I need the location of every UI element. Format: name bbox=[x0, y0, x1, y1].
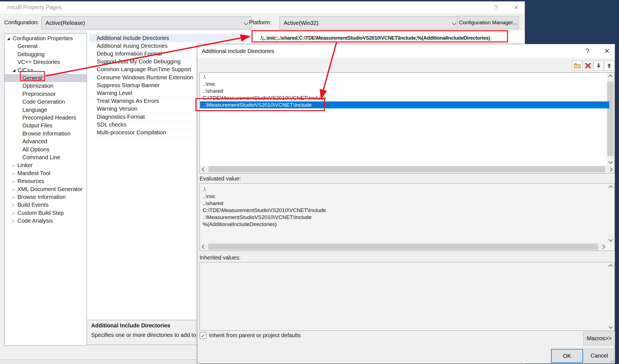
tree-item-preprocessor[interactable]: Preprocessor bbox=[4, 90, 87, 98]
grid-property-name: SDL checks bbox=[97, 121, 126, 129]
chevron-down-icon bbox=[608, 160, 613, 164]
list-item-mic[interactable]: ..\mic bbox=[200, 80, 609, 87]
list-item-measurementstudiovs2010-vcnet-include[interactable]: ..\MeasurementStudioVS2010\VCNET\Include bbox=[200, 101, 609, 108]
tree-item-label: Code Generation bbox=[22, 98, 65, 106]
tree-item-resources[interactable]: ▷Resources bbox=[4, 177, 87, 185]
grid-property-name: Support Just My Code Debugging bbox=[97, 58, 181, 66]
chevron-left-icon bbox=[202, 167, 206, 172]
dialog-title: Additional Include Directories bbox=[202, 44, 274, 58]
tree-item-language[interactable]: Language bbox=[4, 106, 87, 114]
scroll-up-button[interactable] bbox=[607, 184, 614, 191]
cancel-button[interactable]: Cancel bbox=[584, 349, 615, 362]
tree-item-label: Debugging bbox=[18, 50, 45, 58]
platform-dropdown[interactable]: Active(Win32) bbox=[279, 16, 460, 29]
evaluated-line: ..\MeasurementStudioVS2010\VCNET\Include bbox=[203, 214, 312, 221]
configuration-manager-button[interactable]: Configuration Manager... bbox=[457, 16, 519, 29]
list-item-c-tde-measurementstudiovs2010-vcnet-include[interactable]: C:\TDE\MeasurementStudioVS2010\VCNET\Inc… bbox=[200, 94, 609, 101]
dialog-titlebar[interactable]: Additional Include Directories ? ✕ bbox=[197, 44, 615, 58]
grid-property-name: Diagnostics Format bbox=[97, 113, 145, 121]
tree-item-label: Preprocessor bbox=[22, 90, 56, 98]
tree-item-debugging[interactable]: Debugging bbox=[4, 50, 87, 58]
move-down-button[interactable] bbox=[593, 61, 604, 71]
tree-item-vc-directories[interactable]: VC++ Directories bbox=[4, 58, 87, 66]
tree-item-build-events[interactable]: ▷Build Events bbox=[4, 201, 87, 209]
tree-item-all-options[interactable]: All Options bbox=[4, 146, 87, 154]
tree-item-label: VC++ Directories bbox=[18, 58, 60, 66]
tree-item-label: All Options bbox=[22, 146, 49, 154]
tree-item-c-c[interactable]: ◢C/C++ bbox=[4, 66, 87, 74]
grid-property-name: Warning Level bbox=[97, 89, 132, 97]
tree-item-code-analysis[interactable]: ▷Code Analysis bbox=[4, 217, 87, 225]
evaluated-horizontal-scrollbar[interactable] bbox=[200, 243, 606, 250]
list-item-[interactable]: .\ bbox=[200, 73, 609, 80]
window-help-button[interactable]: ? bbox=[490, 1, 502, 13]
tree-item-browse-information[interactable]: Browse Information bbox=[4, 130, 87, 138]
tree-item-advanced[interactable]: Advanced bbox=[4, 137, 87, 146]
scrollbar-thumb[interactable] bbox=[208, 244, 598, 250]
scroll-left-button[interactable] bbox=[200, 166, 208, 173]
scroll-down-button[interactable] bbox=[607, 236, 614, 243]
tree-item-general[interactable]: General bbox=[4, 74, 87, 82]
tree-collapsed-icon[interactable]: ▷ bbox=[13, 193, 15, 201]
tree-item-custom-build-step[interactable]: ▷Custom Build Step bbox=[4, 209, 87, 217]
tree-item-label: Configuration Properties bbox=[13, 34, 73, 42]
scroll-up-button[interactable] bbox=[607, 263, 614, 270]
ok-button[interactable]: OK bbox=[551, 349, 583, 363]
move-up-button[interactable] bbox=[604, 61, 615, 71]
tree-item-label: Browse Information bbox=[18, 193, 66, 201]
tree-item-label: Manifest Tool bbox=[18, 169, 50, 177]
scroll-down-button[interactable] bbox=[607, 323, 614, 330]
tree-item-label: XML Document Generator bbox=[18, 185, 83, 193]
list-horizontal-scrollbar[interactable] bbox=[200, 166, 614, 173]
tree-item-code-generation[interactable]: Code Generation bbox=[4, 98, 87, 106]
tree-item-general[interactable]: General bbox=[4, 42, 87, 50]
window-titlebar[interactable]: micdll Property Pages ? ✕ bbox=[0, 1, 525, 13]
tree-expanded-icon[interactable]: ◢ bbox=[13, 66, 15, 74]
delete-line-button[interactable] bbox=[583, 61, 593, 71]
tree-item-command-line[interactable]: Command Line bbox=[4, 153, 87, 161]
tree-collapsed-icon[interactable]: ▷ bbox=[13, 201, 15, 209]
inherit-checkbox-label: Inherit from parent or project defaults bbox=[209, 331, 301, 340]
grid-property-name: Treat Warnings As Errors bbox=[97, 97, 159, 105]
scroll-right-button[interactable] bbox=[607, 166, 614, 173]
close-icon: ✕ bbox=[604, 47, 610, 55]
tree-expanded-icon[interactable]: ◢ bbox=[7, 34, 10, 42]
tree-collapsed-icon[interactable]: ▷ bbox=[13, 185, 15, 193]
tree-item-xml-document-generator[interactable]: ▷XML Document Generator bbox=[4, 185, 87, 193]
grid-property-name: Additional #using Directories bbox=[97, 42, 167, 50]
configuration-dropdown[interactable]: Active(Release) bbox=[41, 16, 252, 29]
tree-item-optimization[interactable]: Optimization bbox=[4, 82, 87, 90]
tree-item-label: General bbox=[18, 42, 37, 50]
tree-item-output-files[interactable]: Output Files bbox=[4, 122, 87, 130]
directory-list[interactable]: .\..\mic..\sharedC:\TDE\MeasurementStudi… bbox=[200, 72, 615, 173]
new-line-button[interactable] bbox=[572, 61, 583, 71]
grid-property-value[interactable]: .\;..\mic;..\shared;C:\TDE\MeasurementSt… bbox=[260, 34, 490, 42]
close-icon: ✕ bbox=[514, 4, 519, 11]
tree-item-precompiled-headers[interactable]: Precompiled Headers bbox=[4, 114, 87, 122]
tree-item-browse-information[interactable]: ▷Browse Information bbox=[4, 193, 87, 201]
tree-collapsed-icon[interactable]: ▷ bbox=[13, 177, 15, 185]
tree-item-label: Browse Information bbox=[22, 130, 70, 138]
tree-collapsed-icon[interactable]: ▷ bbox=[13, 169, 15, 177]
tree-collapsed-icon[interactable]: ▷ bbox=[13, 217, 15, 225]
tree-collapsed-icon[interactable]: ▷ bbox=[13, 161, 15, 169]
dialog-help-button[interactable]: ? bbox=[581, 44, 594, 58]
tree-item-manifest-tool[interactable]: ▷Manifest Tool bbox=[4, 169, 87, 177]
chevron-left-icon bbox=[201, 244, 206, 249]
grid-row-additional-include-directories[interactable]: Additional Include Directories.\;..\mic;… bbox=[89, 34, 525, 42]
tree-item-label: Command Line bbox=[22, 153, 60, 161]
list-item-shared[interactable]: ..\shared bbox=[200, 87, 609, 94]
evaluated-line: .\ bbox=[203, 186, 206, 193]
tree-item-linker[interactable]: ▷Linker bbox=[4, 161, 87, 169]
macros-button[interactable]: Macros>> bbox=[583, 332, 615, 345]
scroll-down-button[interactable] bbox=[607, 158, 614, 165]
delete-x-icon bbox=[585, 62, 591, 69]
scroll-right-button[interactable] bbox=[599, 243, 606, 250]
dialog-close-button[interactable]: ✕ bbox=[601, 44, 613, 58]
scroll-left-button[interactable] bbox=[200, 243, 207, 250]
inherit-checkbox[interactable]: ✓ bbox=[200, 332, 206, 339]
window-close-button[interactable]: ✕ bbox=[510, 1, 522, 13]
scrollbar-thumb[interactable] bbox=[208, 166, 605, 172]
tree-collapsed-icon[interactable]: ▷ bbox=[13, 209, 15, 217]
tree-item-configuration-properties[interactable]: ◢Configuration Properties bbox=[4, 34, 87, 42]
